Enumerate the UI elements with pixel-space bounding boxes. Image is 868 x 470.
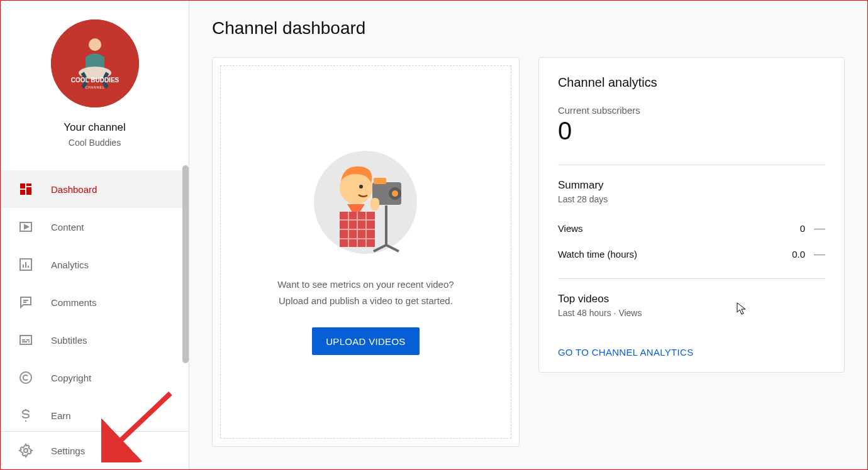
sidebar-item-label: Subtitles	[51, 335, 87, 346]
svg-text:CHANNEL: CHANNEL	[85, 85, 104, 89]
upload-dropzone[interactable]: Want to see metrics on your recent video…	[220, 65, 511, 439]
sidebar-item-content[interactable]: Content	[1, 208, 189, 246]
upload-illustration	[311, 148, 421, 258]
sidebar-item-label: Comments	[51, 297, 97, 308]
sidebar-item-label: Earn	[51, 410, 71, 421]
metric-label: Views	[558, 223, 583, 234]
sidebar-item-settings[interactable]: Settings	[1, 432, 189, 469]
divider	[558, 165, 825, 165]
sidebar-item-label: Settings	[51, 445, 85, 456]
svg-point-22	[20, 372, 31, 383]
main-content: Channel dashboard	[189, 1, 867, 469]
sidebar-item-earn[interactable]: Earn	[1, 396, 189, 431]
sidebar-item-label: Dashboard	[51, 184, 97, 195]
analytics-icon	[18, 257, 33, 272]
sidebar-item-label: Copyright	[51, 373, 91, 383]
sidebar-nav: Dashboard Content Analytics Comments	[1, 170, 189, 431]
sidebar-item-analytics[interactable]: Analytics	[1, 246, 189, 283]
sidebar-footer: Settings	[1, 431, 189, 469]
sidebar-header: COOL BUDDIES CHANNEL Your channel Cool B…	[1, 1, 189, 156]
channel-analytics-card: Channel analytics Current subscribers 0 …	[538, 57, 845, 373]
metric-value: 0.0	[792, 249, 805, 260]
sidebar-item-comments[interactable]: Comments	[1, 283, 189, 321]
metric-delta: —	[814, 248, 825, 261]
sidebar: COOL BUDDIES CHANNEL Your channel Cool B…	[1, 1, 189, 469]
svg-point-1	[89, 38, 101, 51]
svg-text:COOL BUDDIES: COOL BUDDIES	[70, 77, 119, 84]
divider	[558, 278, 825, 279]
go-to-analytics-link[interactable]: GO TO CHANNEL ANALYTICS	[558, 347, 694, 358]
sidebar-item-dashboard[interactable]: Dashboard	[1, 170, 189, 208]
svg-point-25	[24, 449, 28, 452]
metric-value: 0	[800, 223, 805, 234]
sidebar-item-copyright[interactable]: Copyright	[1, 359, 189, 396]
svg-rect-7	[26, 187, 31, 195]
metric-label: Watch time (hours)	[558, 249, 637, 260]
sidebar-item-label: Content	[51, 222, 84, 232]
svg-rect-30	[374, 178, 386, 184]
gear-icon	[18, 443, 33, 458]
svg-marker-10	[25, 225, 28, 229]
svg-point-29	[392, 190, 398, 197]
top-videos-subtitle: Last 48 hours · Views	[558, 308, 825, 318]
sidebar-item-subtitles[interactable]: Subtitles	[1, 321, 189, 359]
subtitles-icon	[18, 332, 33, 347]
svg-point-35	[359, 185, 363, 189]
summary-subtitle: Last 28 days	[558, 194, 825, 204]
upload-text-line2: Upload and publish a video to get starte…	[277, 293, 453, 309]
your-channel-label: Your channel	[64, 121, 126, 134]
content-icon	[18, 219, 33, 234]
channel-name: Cool Buddies	[69, 138, 121, 148]
subscribers-count: 0	[558, 117, 825, 145]
sidebar-item-label: Analytics	[51, 260, 89, 270]
metric-row-watch-time: Watch time (hours) 0.0 —	[558, 241, 825, 267]
scrollbar[interactable]	[182, 165, 189, 363]
upload-text: Want to see metrics on your recent video…	[277, 276, 453, 309]
upload-prompt-card: Want to see metrics on your recent video…	[212, 57, 520, 447]
analytics-card-title: Channel analytics	[558, 75, 825, 90]
svg-rect-5	[20, 183, 25, 189]
svg-rect-8	[20, 190, 25, 195]
summary-title: Summary	[558, 179, 825, 192]
svg-rect-17	[20, 336, 31, 344]
metric-delta: —	[814, 222, 825, 235]
svg-rect-6	[26, 183, 31, 186]
top-videos-title: Top videos	[558, 293, 825, 305]
subscribers-label: Current subscribers	[558, 105, 825, 116]
upload-videos-button[interactable]: UPLOAD VIDEOS	[312, 327, 419, 355]
page-title: Channel dashboard	[212, 18, 845, 38]
svg-rect-43	[370, 198, 379, 210]
upload-text-line1: Want to see metrics on your recent video…	[277, 276, 453, 293]
copyright-icon	[18, 370, 33, 385]
earn-icon	[18, 408, 33, 423]
channel-avatar[interactable]: COOL BUDDIES CHANNEL	[51, 19, 139, 107]
dashboard-icon	[18, 182, 33, 197]
comments-icon	[18, 295, 33, 310]
metric-row-views: Views 0 —	[558, 216, 825, 241]
